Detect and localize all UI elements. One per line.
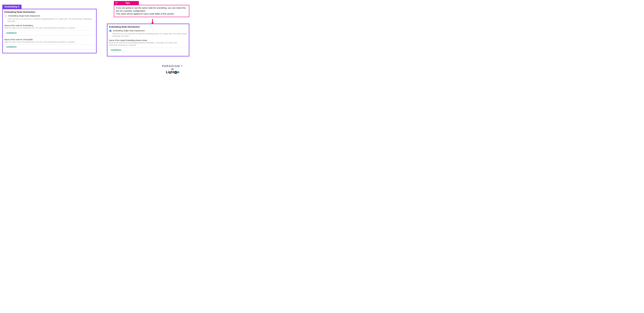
- tips-body-line-1: If you are going to use the same node fo…: [116, 7, 187, 13]
- left-single-node-checkbox-desc: Check this box if you would like to inst…: [8, 18, 94, 22]
- right-section-title: Embedding Node Distribution: [109, 26, 187, 28]
- left-field-embedding-desc: Enter the name of your Embedding node. T…: [4, 27, 94, 29]
- left-single-node-checkbox-row: Embedding Single Node Deployment: [4, 15, 94, 17]
- diagram-canvas: Embedding 4 Embedding Node Distribution …: [0, 0, 202, 80]
- embedding-tab: Embedding 4: [2, 5, 22, 9]
- right-config-panel: Embedding Node Distribution Embedding Si…: [107, 24, 189, 57]
- tips-tab: Tips: [114, 1, 139, 5]
- sparkle-icon: [180, 65, 183, 68]
- brand-block: PARADIGM by Light n: [156, 65, 189, 74]
- right-single-node-checkbox-label: Embedding Single Node Deployment: [113, 30, 145, 32]
- left-field-embedding-input[interactable]: [4, 31, 94, 36]
- left-single-node-checkbox[interactable]: [5, 15, 7, 17]
- left-section-title: Embedding Node Distribution: [4, 11, 94, 14]
- right-field-single-input[interactable]: [109, 48, 187, 53]
- lightbulb-icon: [114, 2, 119, 5]
- left-config-panel: Embedding Node Distribution Embedding Si…: [2, 9, 96, 53]
- left-field-chromadb-label: Name of the node for ChromaDB: [4, 38, 94, 41]
- left-single-node-checkbox-label: Embedding Single Node Deployment: [8, 15, 40, 17]
- tips-body-line-2: This value will be applied to every node…: [116, 13, 187, 16]
- lighton-logo: Light n: [166, 70, 179, 74]
- paradigm-logo-text: PARADIGM: [162, 65, 180, 68]
- lighton-o-icon: [174, 71, 177, 74]
- left-field-embedding-label: Name of the node for Embedding: [4, 24, 94, 27]
- right-single-node-checkbox-row: Embedding Single Node Deployment: [109, 30, 187, 32]
- left-field-chromadb-input[interactable]: [4, 44, 94, 50]
- tips-tab-label: Tips: [119, 2, 139, 5]
- lighton-text-left: Light: [166, 70, 174, 74]
- tips-callout: If you are going to use the same node fo…: [114, 5, 189, 17]
- embedding-tab-label: Embedding 4: [5, 6, 19, 8]
- right-field-single-desc: Name of the node for the full Embedding …: [109, 42, 187, 46]
- right-single-node-checkbox[interactable]: [110, 30, 111, 32]
- paradigm-logo: PARADIGM: [162, 65, 183, 68]
- right-single-node-checkbox-desc: Check this box if you would like to inst…: [112, 33, 187, 37]
- left-field-chromadb-desc: Enter the name of your ChromaDB node. Th…: [4, 41, 94, 43]
- right-field-single-label: Name of the single Embedding feature Nod…: [109, 39, 187, 41]
- lighton-text-right: n: [177, 70, 179, 74]
- brand-by: by: [156, 68, 189, 70]
